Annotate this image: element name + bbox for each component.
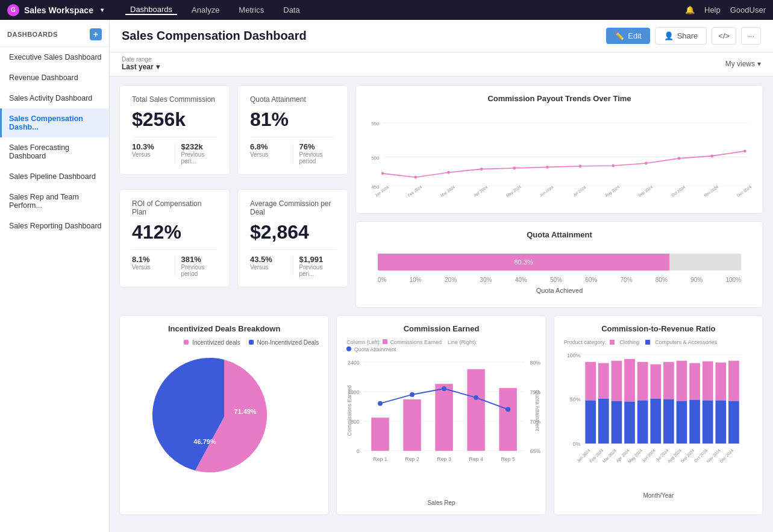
svg-rect-74 bbox=[624, 401, 635, 443]
svg-rect-67 bbox=[585, 362, 596, 401]
commission-line-legend: Quota Attainment bbox=[346, 346, 536, 352]
svg-rect-80 bbox=[663, 399, 674, 444]
svg-rect-72 bbox=[611, 401, 622, 444]
app-body: DASHBOARDS + Executive Sales Dashboard R… bbox=[0, 20, 773, 532]
commission-x-label: Sales Rep bbox=[346, 499, 536, 506]
svg-text:Mar 2024: Mar 2024 bbox=[440, 184, 456, 198]
svg-text:Jun 2024: Jun 2024 bbox=[641, 448, 656, 463]
date-range-label: Date range bbox=[122, 56, 160, 63]
sidebar-item-reporting[interactable]: Sales Reporting Dashboard bbox=[0, 216, 109, 236]
pie-legend: Incentivized deals Non-Incentivized Deal… bbox=[130, 339, 319, 346]
brand-name: Sales Workspace bbox=[24, 5, 93, 15]
svg-text:May 2024: May 2024 bbox=[505, 184, 522, 198]
svg-rect-83 bbox=[689, 363, 700, 400]
sidebar-item-compensation[interactable]: Sales Compensation Dashb... bbox=[0, 108, 109, 137]
kpi-footer-4: 43.5% Versus $1,991 Previous peri... bbox=[250, 249, 336, 277]
nav-data[interactable]: Data bbox=[278, 5, 304, 14]
kpi-card-quota: Quota Attainment 81% 6.8% Versus 76% Pre… bbox=[237, 85, 348, 175]
svg-text:Quota Attainment: Quota Attainment bbox=[535, 390, 541, 431]
date-range-value[interactable]: Last year ▾ bbox=[122, 63, 160, 71]
quota-attainment-title: Quota Attainment bbox=[366, 230, 753, 239]
brand: G Sales Workspace ▾ bbox=[7, 4, 116, 16]
svg-rect-86 bbox=[703, 401, 713, 444]
svg-text:Rep 5: Rep 5 bbox=[501, 456, 516, 462]
svg-text:Rep 4: Rep 4 bbox=[469, 456, 484, 462]
date-range-control[interactable]: Date range Last year ▾ bbox=[122, 56, 160, 71]
nav-right: 🔔 Help GoodUser bbox=[685, 5, 766, 14]
commission-col-legend: Column (Left): Commissions Earned Line (… bbox=[346, 339, 536, 345]
svg-text:Sep 2024: Sep 2024 bbox=[637, 184, 654, 198]
svg-point-11 bbox=[546, 166, 549, 169]
brand-chevron[interactable]: ▾ bbox=[101, 7, 104, 13]
svg-rect-69 bbox=[598, 363, 609, 399]
page-header: Sales Compensation Dashboard ✏️ Edit 👤 S… bbox=[110, 20, 773, 52]
main-content: Sales Compensation Dashboard ✏️ Edit 👤 S… bbox=[110, 20, 773, 532]
commission-earned-card: Commission Earned Column (Left): Commiss… bbox=[336, 315, 546, 515]
sidebar-item-pipeline[interactable]: Sales Pipeline Dashboard bbox=[0, 166, 109, 187]
add-dashboard-button[interactable]: + bbox=[90, 28, 102, 40]
dashboard-content: Total Sales Commmission $256k 10.3% Vers… bbox=[110, 77, 773, 524]
kpi-stat-3a: 8.1% Versus bbox=[132, 255, 169, 277]
legend-incentivized: Incentivized deals bbox=[184, 339, 240, 346]
svg-rect-68 bbox=[585, 401, 596, 444]
svg-text:71.49%: 71.49% bbox=[234, 408, 257, 415]
sidebar-item-activity[interactable]: Sales Activity Dashboard bbox=[0, 88, 109, 108]
svg-text:Feb 2024: Feb 2024 bbox=[407, 184, 423, 198]
my-views-button[interactable]: My views ▾ bbox=[725, 60, 761, 68]
kpi-value-3: 412% bbox=[132, 221, 218, 243]
nav-dashboards[interactable]: Dashboards bbox=[125, 5, 177, 15]
kpi-stat-1b: $232k Previous peri... bbox=[175, 142, 218, 164]
svg-rect-82 bbox=[676, 401, 687, 444]
help-link[interactable]: Help bbox=[704, 5, 721, 14]
kpi-title-2: Quota Attainment bbox=[250, 95, 336, 104]
kpi-card-commission: Total Sales Commmission $256k 10.3% Vers… bbox=[119, 85, 230, 175]
top-section: Total Sales Commmission $256k 10.3% Vers… bbox=[119, 85, 763, 308]
code-button[interactable]: </> bbox=[712, 27, 736, 45]
svg-text:500: 500 bbox=[371, 155, 380, 161]
kpi-stat-4b: $1,991 Previous peri... bbox=[293, 255, 336, 277]
top-nav: G Sales Workspace ▾ Dashboards Analyze M… bbox=[0, 0, 773, 20]
svg-text:Nov 2024: Nov 2024 bbox=[703, 184, 719, 198]
user-menu[interactable]: GoodUser bbox=[730, 5, 766, 14]
revenue-x-label: Month/Year bbox=[564, 492, 753, 499]
bell-icon[interactable]: 🔔 bbox=[685, 5, 695, 14]
sidebar-item-executive[interactable]: Executive Sales Dashboard bbox=[0, 47, 109, 67]
more-button[interactable]: ··· bbox=[741, 27, 761, 45]
svg-text:0%: 0% bbox=[572, 441, 580, 447]
controls-bar: Date range Last year ▾ My views ▾ bbox=[110, 52, 773, 77]
kpi-column: Total Sales Commmission $256k 10.3% Vers… bbox=[119, 85, 348, 308]
share-icon: 👤 bbox=[664, 31, 674, 40]
svg-point-17 bbox=[743, 149, 746, 152]
edit-button[interactable]: ✏️ Edit bbox=[606, 28, 649, 44]
kpi-value-1: $256k bbox=[132, 108, 218, 131]
legend-non-incentivized: Non-Incentivized Deals bbox=[249, 339, 319, 346]
nav-analyze[interactable]: Analyze bbox=[187, 5, 224, 14]
kpi-card-avg-commission: Average Commission per Deal $2,864 43.5%… bbox=[237, 189, 348, 287]
kpi-stat-4a: 43.5% Versus bbox=[250, 255, 287, 277]
quota-bar-bg: 80.3% bbox=[378, 254, 741, 271]
kpi-value-2: 81% bbox=[250, 108, 336, 131]
nav-metrics[interactable]: Metrics bbox=[234, 5, 269, 14]
sidebar-header: DASHBOARDS + bbox=[0, 20, 109, 47]
svg-text:46.79%: 46.79% bbox=[194, 438, 217, 445]
svg-rect-87 bbox=[715, 363, 726, 401]
share-button[interactable]: 👤 Share bbox=[655, 27, 707, 45]
svg-point-7 bbox=[414, 176, 417, 179]
clothing-legend-dot bbox=[610, 340, 615, 345]
svg-rect-47 bbox=[468, 369, 485, 451]
svg-point-49 bbox=[378, 401, 383, 406]
svg-rect-77 bbox=[650, 365, 661, 399]
sidebar-item-revenue[interactable]: Revenue Dashboard bbox=[0, 67, 109, 88]
svg-text:Apr 2024: Apr 2024 bbox=[473, 185, 489, 198]
svg-text:550: 550 bbox=[371, 121, 380, 127]
svg-text:Jun 2024: Jun 2024 bbox=[539, 184, 554, 197]
svg-text:65%: 65% bbox=[530, 448, 541, 454]
svg-rect-85 bbox=[703, 361, 713, 401]
svg-point-15 bbox=[678, 157, 681, 160]
quota-bar-container: 80.3% bbox=[378, 250, 741, 274]
sidebar-item-rep-team[interactable]: Sales Rep and Team Perform... bbox=[0, 187, 109, 216]
svg-rect-45 bbox=[404, 399, 421, 451]
pie-chart: 71.49% 46.79% bbox=[158, 351, 290, 483]
svg-point-51 bbox=[442, 386, 446, 391]
sidebar-item-forecasting[interactable]: Sales Forecasting Dashboard bbox=[0, 137, 109, 166]
